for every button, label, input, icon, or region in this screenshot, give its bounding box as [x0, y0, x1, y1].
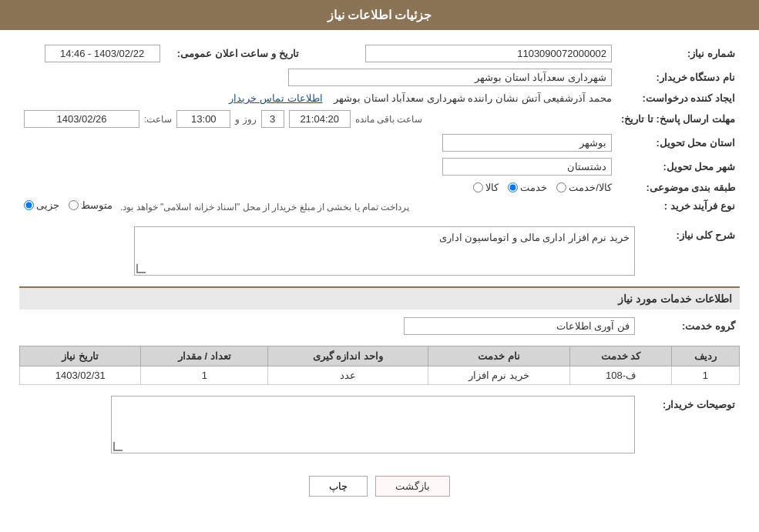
summary-table: شرح کلی نیاز: خرید نرم افزار اداری مالی … [19, 223, 740, 279]
service-group-value: فن آوری اطلاعات [19, 314, 640, 338]
category-khedmat-label: خدمت [520, 182, 547, 193]
category-radio-kala-khedmat-input[interactable] [556, 182, 566, 192]
creator-name: محمد آذرشفیعی آتش نشان راننده شهرداری سع… [334, 92, 612, 104]
service-group-input: فن آوری اطلاعات [404, 317, 635, 335]
cell-service-code: ف-108 [570, 366, 672, 385]
buyer-desc-textarea[interactable] [111, 396, 635, 453]
cell-service-name: خرید نرم افزار [428, 366, 570, 385]
col-header-row-num: ردیف [671, 346, 739, 366]
announce-date-value: 1403/02/22 - 14:46 [19, 42, 165, 65]
province-label: استان محل تحویل: [616, 131, 740, 155]
deadline-label: مهلت ارسال پاسخ: تا تاریخ: [616, 107, 740, 131]
creator-label: ایجاد کننده درخواست: [616, 89, 740, 107]
purchase-type-note: پرداخت تمام یا بخشی از مبلغ خریدار از مح… [120, 202, 409, 212]
creator-value: محمد آذرشفیعی آتش نشان راننده شهرداری سع… [19, 89, 616, 107]
col-header-service-name: نام خدمت [428, 346, 570, 366]
buyer-desc-resize-handle[interactable] [113, 442, 123, 451]
resize-handle[interactable] [136, 264, 146, 273]
city-input: دشتستان [442, 158, 612, 176]
province-value: بوشهر [19, 131, 616, 155]
buyer-org-value: شهرداری سعدآباد استان بوشهر [19, 65, 616, 89]
service-group-label: گروه خدمت: [640, 314, 740, 338]
summary-label: شرح کلی نیاز: [640, 223, 740, 279]
announce-date-input: 1403/02/22 - 14:46 [45, 45, 160, 62]
purchase-type-radio-group: متوسط جزیی [24, 199, 113, 211]
buyer-desc-label: توصیحات خریدار: [640, 393, 740, 457]
footer-buttons: بازگشت چاپ [19, 464, 740, 512]
category-radio-kala-input[interactable] [473, 182, 483, 192]
summary-text: خرید نرم افزار اداری مالی و اتوماسیون اد… [139, 232, 630, 270]
purchase-type-motavasset-input[interactable] [69, 200, 79, 210]
col-header-date: تاریخ نیاز [20, 346, 141, 366]
main-form-table: شماره نیاز: 1103090072000002 تاریخ و ساع… [19, 42, 740, 216]
deadline-time-label: ساعت: [144, 114, 172, 125]
purchase-type-value: متوسط جزیی پرداخت تمام یا بخشی از مبلغ خ… [19, 196, 616, 216]
city-label: شهر محل تحویل: [616, 155, 740, 179]
cell-unit: عدد [268, 366, 428, 385]
category-radio-kala[interactable]: کالا [473, 182, 499, 193]
deadline-value: 1403/02/26 ساعت: 13:00 روز و 3 21:04:20 … [19, 107, 616, 131]
buyer-org-label: نام دستگاه خریدار: [616, 65, 740, 89]
col-header-service-code: کد خدمت [570, 346, 672, 366]
creator-contact-link[interactable]: اطلاعات تماس خریدار [229, 92, 322, 104]
page-title: جزئیات اطلاعات نیاز [327, 8, 432, 22]
summary-value: خرید نرم افزار اداری مالی و اتوماسیون اد… [19, 223, 640, 279]
buyer-desc-value [19, 393, 640, 457]
deadline-remaining-input: 21:04:20 [289, 110, 351, 128]
deadline-days-input: 3 [261, 110, 284, 128]
category-kala-khedmat-label: کالا/خدمت [569, 182, 612, 193]
cell-quantity: 1 [141, 366, 268, 385]
page-header: جزئیات اطلاعات نیاز [0, 0, 759, 30]
print-button[interactable]: چاپ [309, 476, 368, 497]
category-radio-group: کالا/خدمت خدمت کالا [473, 182, 612, 193]
cell-date: 1403/02/31 [20, 366, 141, 385]
deadline-remaining-label: ساعت باقی مانده [355, 114, 423, 125]
service-group-table: گروه خدمت: فن آوری اطلاعات [19, 314, 740, 338]
summary-textarea[interactable]: خرید نرم افزار اداری مالی و اتوماسیون اد… [134, 226, 635, 276]
col-header-quantity: تعداد / مقدار [141, 346, 268, 366]
need-number-value: 1103090072000002 [319, 42, 616, 65]
deadline-date-input: 1403/02/26 [24, 110, 139, 128]
purchase-type-label: نوع فرآیند خرید : [616, 196, 740, 216]
purchase-type-motavasset-label: متوسط [81, 199, 113, 211]
buyer-org-input: شهرداری سعدآباد استان بوشهر [288, 69, 612, 86]
category-radio-khedmat[interactable]: خدمت [508, 182, 547, 193]
category-radio-kala-khedmat[interactable]: کالا/خدمت [556, 182, 612, 193]
col-header-unit: واحد اندازه گیری [268, 346, 428, 366]
back-button[interactable]: بازگشت [375, 476, 450, 497]
purchase-type-motavasset[interactable]: متوسط [69, 199, 113, 211]
purchase-type-jozi-input[interactable] [24, 200, 34, 210]
services-table: ردیف کد خدمت نام خدمت واحد اندازه گیری ت… [19, 346, 740, 385]
category-label: طبقه بندی موضوعی: [616, 179, 740, 196]
services-section-header: اطلاعات خدمات مورد نیاز [19, 286, 740, 309]
purchase-type-jozi[interactable]: جزیی [24, 199, 59, 211]
table-row: 1 ف-108 خرید نرم افزار عدد 1 1403/02/31 [20, 366, 740, 385]
province-input: بوشهر [442, 134, 612, 152]
category-radio-khedmat-input[interactable] [508, 182, 518, 192]
buyer-desc-table: توصیحات خریدار: [19, 393, 740, 457]
city-value: دشتستان [19, 155, 616, 179]
category-kala-label: کالا [485, 182, 499, 193]
deadline-time-input: 13:00 [176, 110, 230, 128]
purchase-type-jozi-label: جزیی [36, 199, 59, 211]
need-number-label: شماره نیاز: [616, 42, 740, 65]
cell-row-num: 1 [671, 366, 739, 385]
category-value: کالا/خدمت خدمت کالا [19, 179, 616, 196]
deadline-days-label: روز و [235, 114, 256, 125]
need-number-input: 1103090072000002 [365, 45, 612, 62]
announce-date-label: تاریخ و ساعت اعلان عمومی: [165, 42, 304, 65]
